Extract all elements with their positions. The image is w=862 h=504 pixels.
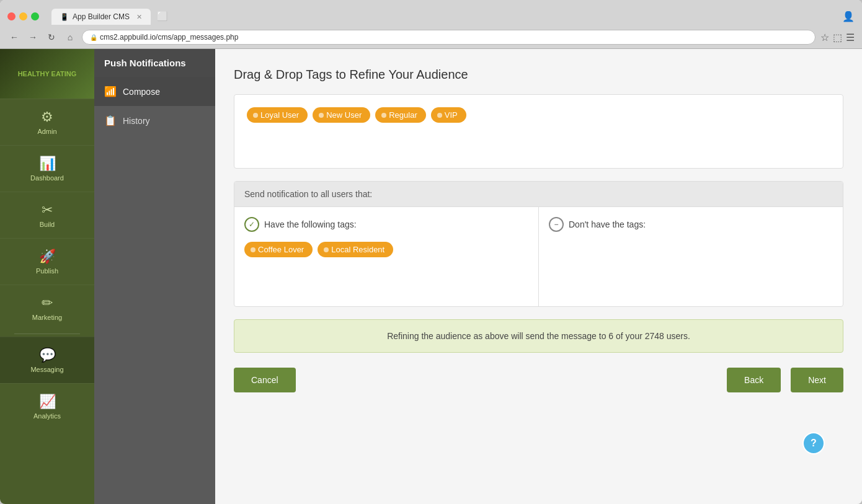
browser-titlebar: 📱 App Builder CMS ✕ ⬜ 👤 xyxy=(0,0,862,26)
menu-button[interactable]: ☰ xyxy=(846,32,855,43)
url-text: cms2.appbuild.io/cms/app_messages.php xyxy=(100,33,238,42)
marketing-label: Marketing xyxy=(32,314,62,321)
home-button[interactable]: ⌂ xyxy=(63,30,77,44)
sidebar-item-marketing[interactable]: ✏ Marketing xyxy=(0,285,94,331)
analytics-label: Analytics xyxy=(33,412,61,420)
tab-title: App Builder CMS xyxy=(73,12,130,21)
sidebar-left: HEALTHY EATING ⚙ Admin 📊 Dashboard ✂ Bui… xyxy=(0,49,94,504)
bottom-buttons: Cancel Back Next xyxy=(234,368,843,392)
tag-new-user-label: New User xyxy=(326,110,362,120)
tag-dot xyxy=(381,113,386,118)
dashboard-icon: 📊 xyxy=(39,156,56,172)
cast-button[interactable]: ⬚ xyxy=(833,32,842,43)
new-tab-button[interactable]: ⬜ xyxy=(151,7,174,25)
available-tags-row: Loyal User New User Regular VIP xyxy=(247,107,830,123)
sidebar-item-dashboard[interactable]: 📊 Dashboard xyxy=(0,145,94,192)
back-button[interactable]: ← xyxy=(7,30,21,44)
profile-icon[interactable]: 👤 xyxy=(842,11,855,22)
have-tags-label: Have the following tags: xyxy=(264,219,357,229)
have-tags-column: ✓ Have the following tags: Coffee Lover … xyxy=(234,207,539,306)
audience-info-text: Refining the audience as above will send… xyxy=(387,331,690,341)
tag-dot xyxy=(437,113,442,118)
tag-dot xyxy=(253,113,258,118)
build-label: Build xyxy=(40,221,55,228)
help-button[interactable]: ? xyxy=(802,432,825,454)
tag-regular-label: Regular xyxy=(389,110,417,120)
new-tab-icon: ⬜ xyxy=(157,11,167,21)
back-button[interactable]: Back xyxy=(727,368,781,392)
address-bar[interactable]: 🔒 cms2.appbuild.io/cms/app_messages.php xyxy=(82,30,815,45)
build-icon: ✂ xyxy=(42,202,53,218)
have-tags-list: Coffee Lover Local Resident xyxy=(244,242,528,257)
logo-image: HEALTHY EATING xyxy=(0,49,94,99)
browser-tabs: 📱 App Builder CMS ✕ ⬜ xyxy=(51,7,174,25)
tag-dot xyxy=(319,113,324,118)
have-tags-check-icon: ✓ xyxy=(244,217,259,232)
sidebar-item-publish[interactable]: 🚀 Publish xyxy=(0,238,94,285)
tag-dot xyxy=(324,247,329,252)
admin-label: Admin xyxy=(37,128,56,135)
sidebar-compose-item[interactable]: 📶 Compose xyxy=(94,77,215,106)
tag-vip[interactable]: VIP xyxy=(431,107,466,123)
analytics-icon: 📈 xyxy=(39,394,56,410)
dont-have-tags-label: Don't have the tags: xyxy=(569,219,646,229)
sidebar-item-messaging[interactable]: 💬 Messaging xyxy=(0,337,94,383)
tag-new-user[interactable]: New User xyxy=(313,107,370,123)
close-dot[interactable] xyxy=(7,12,16,20)
compose-label: Compose xyxy=(123,87,160,97)
bookmark-button[interactable]: ☆ xyxy=(820,32,829,43)
dont-have-tags-column: − Don't have the tags: xyxy=(539,207,843,306)
tab-favicon: 📱 xyxy=(60,13,69,21)
drag-drop-box[interactable]: Loyal User New User Regular VIP xyxy=(234,94,843,169)
admin-icon: ⚙ xyxy=(41,109,53,125)
lock-icon: 🔒 xyxy=(90,34,97,41)
tag-local-resident-label: Local Resident xyxy=(331,245,384,254)
active-tab[interactable]: 📱 App Builder CMS ✕ xyxy=(51,9,151,25)
tag-regular[interactable]: Regular xyxy=(375,107,426,123)
toolbar-right: ☆ ⬚ ☰ xyxy=(820,32,855,43)
tag-coffee-lover-label: Coffee Lover xyxy=(258,245,304,254)
dont-have-tags-minus-icon: − xyxy=(549,217,564,232)
tag-dot xyxy=(251,247,255,252)
sidebar-item-analytics[interactable]: 📈 Analytics xyxy=(0,383,94,430)
messaging-label: Messaging xyxy=(30,366,63,373)
maximize-dot[interactable] xyxy=(31,12,39,20)
push-notifications-header: Push Notifications xyxy=(94,49,215,77)
audience-info: Refining the audience as above will send… xyxy=(234,319,843,353)
publish-icon: 🚀 xyxy=(39,249,56,265)
dashboard-label: Dashboard xyxy=(30,174,64,182)
history-label: History xyxy=(123,116,150,126)
cancel-button[interactable]: Cancel xyxy=(234,368,296,392)
notification-box: Send notification to all users that: ✓ H… xyxy=(234,181,843,307)
have-tags-header: ✓ Have the following tags: xyxy=(244,217,528,232)
notification-header: Send notification to all users that: xyxy=(234,182,843,207)
main-content: Drag & Drop Tags to Refine Your Audience… xyxy=(215,49,862,504)
tag-loyal-user-label: Loyal User xyxy=(260,110,299,120)
app-container: HEALTHY EATING ⚙ Admin 📊 Dashboard ✂ Bui… xyxy=(0,49,862,504)
marketing-icon: ✏ xyxy=(42,295,53,311)
browser-toolbar: ← → ↻ ⌂ 🔒 cms2.appbuild.io/cms/app_messa… xyxy=(0,26,862,49)
nav-divider xyxy=(14,334,80,334)
forward-button[interactable]: → xyxy=(26,30,40,44)
next-button[interactable]: Next xyxy=(791,368,843,392)
sidebar-item-admin[interactable]: ⚙ Admin xyxy=(0,99,94,145)
tag-vip-label: VIP xyxy=(445,110,458,120)
refresh-button[interactable]: ↻ xyxy=(45,30,58,44)
right-buttons: Back Next xyxy=(727,368,843,392)
tag-loyal-user[interactable]: Loyal User xyxy=(247,107,308,123)
sidebar-item-build[interactable]: ✂ Build xyxy=(0,192,94,238)
sidebar-history-item[interactable]: 📋 History xyxy=(94,106,215,135)
history-icon: 📋 xyxy=(104,115,117,126)
messaging-icon: 💬 xyxy=(39,347,56,363)
sidebar-second: Push Notifications 📶 Compose 📋 History xyxy=(94,49,215,504)
publish-label: Publish xyxy=(36,267,58,275)
compose-icon: 📶 xyxy=(104,86,117,97)
dont-have-tags-header: − Don't have the tags: xyxy=(549,217,833,232)
window-controls xyxy=(7,12,39,20)
page-title: Drag & Drop Tags to Refine Your Audience xyxy=(234,68,843,82)
minimize-dot[interactable] xyxy=(19,12,27,20)
tag-local-resident[interactable]: Local Resident xyxy=(318,242,393,257)
tag-coffee-lover[interactable]: Coffee Lover xyxy=(244,242,313,257)
tab-close-button[interactable]: ✕ xyxy=(136,13,142,21)
notification-columns: ✓ Have the following tags: Coffee Lover … xyxy=(234,207,843,306)
